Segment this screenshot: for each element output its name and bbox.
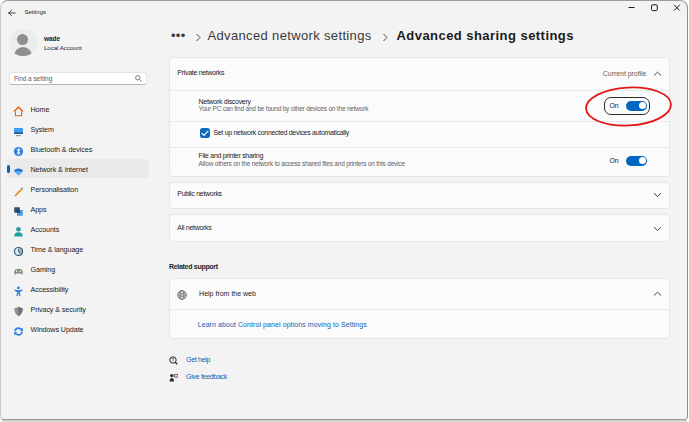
svg-text:?: ?: [171, 357, 174, 363]
